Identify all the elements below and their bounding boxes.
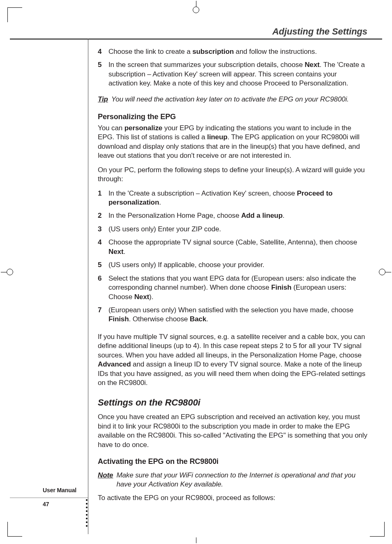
- step-number: 5: [98, 60, 108, 88]
- steps-personalize: 1 In the 'Create a subscription – Activa…: [98, 189, 367, 324]
- tip-label: Tip: [98, 95, 108, 104]
- step-text: Choose the appropriate TV signal source …: [108, 238, 367, 256]
- steps-continued: 4 Choose the link to create a subscripti…: [98, 47, 367, 88]
- step-3: 3 (US users only) Enter your ZIP code.: [98, 225, 367, 234]
- note-callout: Note Make sure that your WiFi connection…: [98, 471, 367, 489]
- step-text: In the 'Create a subscription – Activati…: [108, 189, 367, 207]
- step-text: (US users only) Enter your ZIP code.: [108, 225, 367, 234]
- step-text: Select the stations that you want EPG da…: [108, 274, 367, 302]
- decorative-dots: [86, 499, 88, 527]
- step-number: 4: [98, 238, 108, 256]
- paragraph-multi-sources: If you have multiple TV signal sources, …: [98, 332, 367, 388]
- tip-callout: Tip You will need the activation key lat…: [98, 95, 367, 104]
- step-6: 6 Select the stations that you want EPG …: [98, 274, 367, 302]
- step-number: 7: [98, 306, 108, 324]
- step-number: 4: [98, 47, 108, 56]
- subheading-personalizing: Personalizing the EPG: [98, 112, 367, 122]
- note-text: Make sure that your WiFi connection to t…: [116, 471, 367, 489]
- step-5: 5 In the screen that summarizes your sub…: [98, 60, 367, 88]
- step-1: 1 In the 'Create a subscription – Activa…: [98, 189, 367, 207]
- step-number: 5: [98, 260, 108, 270]
- step-text: (US users only) If applicable, choose yo…: [108, 260, 367, 270]
- heading-settings: Settings on the RC9800i: [98, 396, 367, 408]
- paragraph: You can personalize your EPG by indicati…: [98, 124, 367, 161]
- step-4: 4 Choose the link to create a subscripti…: [98, 47, 367, 56]
- footer-rule: [10, 498, 88, 498]
- subheading-activating: Activating the EPG on the RC9800i: [98, 457, 367, 467]
- step-number: 3: [98, 225, 108, 234]
- step-7: 7 (European users only) When satisfied w…: [98, 306, 367, 324]
- paragraph: On your PC, perform the following steps …: [98, 166, 367, 184]
- step-2: 2 In the Personalization Home Page, choo…: [98, 211, 367, 220]
- tip-text: You will need the activation key later o…: [111, 95, 349, 104]
- step-number: 2: [98, 211, 108, 220]
- paragraph: To activate the EPG on your RC9800i, pro…: [98, 493, 367, 503]
- step-4b: 4 Choose the appropriate TV signal sourc…: [98, 238, 367, 256]
- step-text: In the Personalization Home Page, choose…: [108, 211, 367, 220]
- margin-rule: [88, 39, 88, 534]
- page-number: 47: [43, 500, 49, 508]
- paragraph: Once you have created an EPG subscriptio…: [98, 413, 367, 449]
- step-text: Choose the link to create a subscription…: [108, 47, 367, 56]
- step-number: 6: [98, 274, 108, 302]
- step-text: In the screen that summarizes your subsc…: [108, 60, 367, 88]
- page-header: Adjusting the Settings: [272, 25, 367, 37]
- footer-manual-label: User Manual: [43, 486, 76, 494]
- header-rule: [10, 39, 382, 39]
- step-5b: 5 (US users only) If applicable, choose …: [98, 260, 367, 270]
- step-text: (European users only) When satisfied wit…: [108, 306, 367, 324]
- note-label: Note: [98, 471, 113, 489]
- step-number: 1: [98, 189, 108, 207]
